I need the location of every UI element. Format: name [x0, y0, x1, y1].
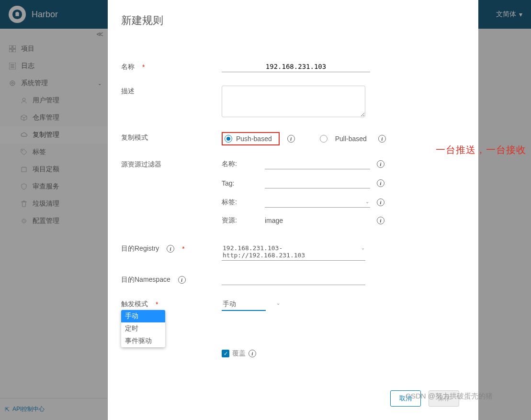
filter-name-label: 名称: — [222, 160, 265, 168]
label-desc: 描述 — [121, 86, 222, 96]
radio-push-label: Push-based — [236, 135, 272, 143]
radio-pull-label: Pull-based — [335, 135, 367, 143]
chevron-down-icon: ⌄ — [362, 245, 364, 250]
namespace-input[interactable] — [222, 274, 365, 285]
dropdown-item-event[interactable]: 事件驱动 — [121, 335, 165, 347]
label-mode: 复制模式 — [121, 132, 222, 142]
info-icon[interactable]: i — [377, 199, 384, 206]
name-input[interactable] — [222, 61, 370, 72]
push-highlight-box: Push-based — [222, 132, 280, 145]
filter-tag-input[interactable] — [265, 178, 370, 188]
info-icon[interactable]: i — [178, 276, 186, 284]
override-label: 覆盖 — [232, 349, 246, 358]
info-icon[interactable]: i — [377, 217, 384, 224]
override-checkbox-row[interactable]: ✓ 覆盖 i — [222, 349, 256, 358]
dropdown-item-scheduled[interactable]: 定时 — [121, 322, 165, 335]
info-icon[interactable]: i — [287, 135, 295, 143]
annotation-text: 一台推送，一台接收 — [436, 144, 526, 156]
modal-title: 新建规则 — [121, 13, 459, 28]
desc-textarea[interactable] — [222, 86, 365, 117]
info-icon[interactable]: i — [377, 179, 384, 187]
info-icon[interactable]: i — [378, 135, 386, 143]
registry-select[interactable]: 192.168.231.103-http://192.168.231.103⌄ — [222, 243, 365, 261]
filter-label-label: 标签: — [222, 198, 265, 207]
info-icon[interactable]: i — [167, 245, 174, 253]
label-name: 名称 * — [121, 61, 222, 71]
filter-name-input[interactable] — [265, 159, 370, 169]
filter-tag-label: Tag: — [222, 179, 265, 187]
checkbox-checked-icon: ✓ — [222, 350, 229, 357]
chevron-down-icon: ⌄ — [365, 199, 369, 204]
radio-pull[interactable] — [320, 135, 328, 143]
label-registry: 目的Registry i * — [121, 243, 222, 253]
filter-resource-value: image — [265, 217, 370, 224]
dropdown-item-manual[interactable]: 手动 — [121, 310, 165, 322]
trigger-select[interactable]: 手动⌄ — [222, 298, 266, 311]
filter-label-select[interactable]: ⌄ — [265, 197, 370, 208]
watermark-text: CSDN @努力拱破蛋壳的猪 — [406, 392, 493, 401]
label-namespace: 目的Namespace i — [121, 274, 222, 284]
info-icon[interactable]: i — [249, 350, 256, 357]
info-icon[interactable]: i — [377, 160, 384, 168]
label-trigger: 触发模式 * — [121, 298, 222, 309]
chevron-down-icon: ⌄ — [276, 300, 280, 306]
filter-resource-label: 资源: — [222, 216, 265, 225]
trigger-dropdown: 手动 定时 事件驱动 — [121, 310, 165, 347]
new-rule-modal: 新建规则 名称 * 描述 复制模式 Push-based i Pull-base… — [108, 0, 478, 420]
label-filter: 源资源过滤器 — [121, 159, 222, 169]
radio-push[interactable] — [225, 135, 232, 143]
